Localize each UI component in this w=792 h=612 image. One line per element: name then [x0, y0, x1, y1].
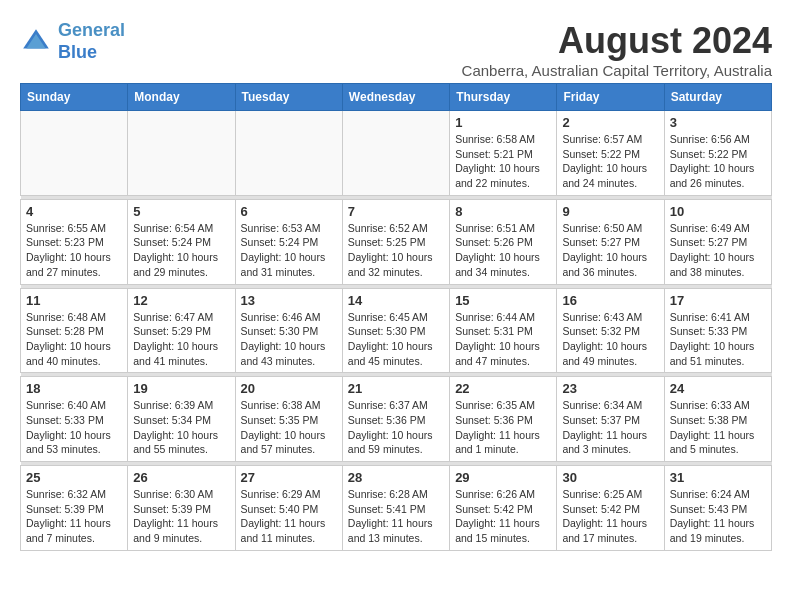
calendar-week-row: 18Sunrise: 6:40 AM Sunset: 5:33 PM Dayli…	[21, 377, 772, 462]
table-row: 31Sunrise: 6:24 AM Sunset: 5:43 PM Dayli…	[664, 466, 771, 551]
day-number: 28	[348, 470, 444, 485]
col-friday: Friday	[557, 84, 664, 111]
day-info: Sunrise: 6:26 AM Sunset: 5:42 PM Dayligh…	[455, 487, 551, 546]
day-number: 1	[455, 115, 551, 130]
table-row: 21Sunrise: 6:37 AM Sunset: 5:36 PM Dayli…	[342, 377, 449, 462]
table-row: 28Sunrise: 6:28 AM Sunset: 5:41 PM Dayli…	[342, 466, 449, 551]
table-row: 7Sunrise: 6:52 AM Sunset: 5:25 PM Daylig…	[342, 199, 449, 284]
table-row: 9Sunrise: 6:50 AM Sunset: 5:27 PM Daylig…	[557, 199, 664, 284]
table-row: 17Sunrise: 6:41 AM Sunset: 5:33 PM Dayli…	[664, 288, 771, 373]
calendar-week-row: 25Sunrise: 6:32 AM Sunset: 5:39 PM Dayli…	[21, 466, 772, 551]
table-row	[342, 111, 449, 196]
logo-icon	[20, 26, 52, 58]
day-info: Sunrise: 6:28 AM Sunset: 5:41 PM Dayligh…	[348, 487, 444, 546]
day-info: Sunrise: 6:35 AM Sunset: 5:36 PM Dayligh…	[455, 398, 551, 457]
day-info: Sunrise: 6:47 AM Sunset: 5:29 PM Dayligh…	[133, 310, 229, 369]
table-row: 29Sunrise: 6:26 AM Sunset: 5:42 PM Dayli…	[450, 466, 557, 551]
day-number: 22	[455, 381, 551, 396]
day-info: Sunrise: 6:58 AM Sunset: 5:21 PM Dayligh…	[455, 132, 551, 191]
day-number: 4	[26, 204, 122, 219]
calendar-table: Sunday Monday Tuesday Wednesday Thursday…	[20, 83, 772, 551]
logo: General Blue	[20, 20, 125, 63]
day-info: Sunrise: 6:34 AM Sunset: 5:37 PM Dayligh…	[562, 398, 658, 457]
page-header: General Blue August 2024 Canberra, Austr…	[20, 20, 772, 79]
day-number: 17	[670, 293, 766, 308]
table-row: 12Sunrise: 6:47 AM Sunset: 5:29 PM Dayli…	[128, 288, 235, 373]
table-row: 13Sunrise: 6:46 AM Sunset: 5:30 PM Dayli…	[235, 288, 342, 373]
day-info: Sunrise: 6:51 AM Sunset: 5:26 PM Dayligh…	[455, 221, 551, 280]
col-saturday: Saturday	[664, 84, 771, 111]
day-info: Sunrise: 6:40 AM Sunset: 5:33 PM Dayligh…	[26, 398, 122, 457]
table-row: 22Sunrise: 6:35 AM Sunset: 5:36 PM Dayli…	[450, 377, 557, 462]
day-number: 26	[133, 470, 229, 485]
day-number: 12	[133, 293, 229, 308]
day-info: Sunrise: 6:46 AM Sunset: 5:30 PM Dayligh…	[241, 310, 337, 369]
day-number: 30	[562, 470, 658, 485]
day-info: Sunrise: 6:43 AM Sunset: 5:32 PM Dayligh…	[562, 310, 658, 369]
table-row: 11Sunrise: 6:48 AM Sunset: 5:28 PM Dayli…	[21, 288, 128, 373]
day-info: Sunrise: 6:56 AM Sunset: 5:22 PM Dayligh…	[670, 132, 766, 191]
day-number: 8	[455, 204, 551, 219]
page-title: August 2024	[462, 20, 772, 62]
calendar-week-row: 11Sunrise: 6:48 AM Sunset: 5:28 PM Dayli…	[21, 288, 772, 373]
day-number: 19	[133, 381, 229, 396]
calendar-week-row: 4Sunrise: 6:55 AM Sunset: 5:23 PM Daylig…	[21, 199, 772, 284]
table-row: 20Sunrise: 6:38 AM Sunset: 5:35 PM Dayli…	[235, 377, 342, 462]
day-info: Sunrise: 6:24 AM Sunset: 5:43 PM Dayligh…	[670, 487, 766, 546]
day-info: Sunrise: 6:30 AM Sunset: 5:39 PM Dayligh…	[133, 487, 229, 546]
day-number: 25	[26, 470, 122, 485]
day-info: Sunrise: 6:39 AM Sunset: 5:34 PM Dayligh…	[133, 398, 229, 457]
table-row: 24Sunrise: 6:33 AM Sunset: 5:38 PM Dayli…	[664, 377, 771, 462]
table-row: 2Sunrise: 6:57 AM Sunset: 5:22 PM Daylig…	[557, 111, 664, 196]
day-info: Sunrise: 6:25 AM Sunset: 5:42 PM Dayligh…	[562, 487, 658, 546]
table-row: 18Sunrise: 6:40 AM Sunset: 5:33 PM Dayli…	[21, 377, 128, 462]
table-row: 10Sunrise: 6:49 AM Sunset: 5:27 PM Dayli…	[664, 199, 771, 284]
table-row: 3Sunrise: 6:56 AM Sunset: 5:22 PM Daylig…	[664, 111, 771, 196]
table-row	[21, 111, 128, 196]
day-number: 15	[455, 293, 551, 308]
table-row: 14Sunrise: 6:45 AM Sunset: 5:30 PM Dayli…	[342, 288, 449, 373]
day-info: Sunrise: 6:54 AM Sunset: 5:24 PM Dayligh…	[133, 221, 229, 280]
table-row: 16Sunrise: 6:43 AM Sunset: 5:32 PM Dayli…	[557, 288, 664, 373]
table-row	[128, 111, 235, 196]
table-row: 19Sunrise: 6:39 AM Sunset: 5:34 PM Dayli…	[128, 377, 235, 462]
day-number: 6	[241, 204, 337, 219]
day-info: Sunrise: 6:41 AM Sunset: 5:33 PM Dayligh…	[670, 310, 766, 369]
table-row: 1Sunrise: 6:58 AM Sunset: 5:21 PM Daylig…	[450, 111, 557, 196]
day-info: Sunrise: 6:29 AM Sunset: 5:40 PM Dayligh…	[241, 487, 337, 546]
day-number: 29	[455, 470, 551, 485]
day-info: Sunrise: 6:52 AM Sunset: 5:25 PM Dayligh…	[348, 221, 444, 280]
table-row	[235, 111, 342, 196]
day-info: Sunrise: 6:45 AM Sunset: 5:30 PM Dayligh…	[348, 310, 444, 369]
day-info: Sunrise: 6:57 AM Sunset: 5:22 PM Dayligh…	[562, 132, 658, 191]
table-row: 23Sunrise: 6:34 AM Sunset: 5:37 PM Dayli…	[557, 377, 664, 462]
day-number: 21	[348, 381, 444, 396]
calendar-header-row: Sunday Monday Tuesday Wednesday Thursday…	[21, 84, 772, 111]
day-number: 13	[241, 293, 337, 308]
table-row: 30Sunrise: 6:25 AM Sunset: 5:42 PM Dayli…	[557, 466, 664, 551]
table-row: 4Sunrise: 6:55 AM Sunset: 5:23 PM Daylig…	[21, 199, 128, 284]
table-row: 5Sunrise: 6:54 AM Sunset: 5:24 PM Daylig…	[128, 199, 235, 284]
day-number: 5	[133, 204, 229, 219]
col-tuesday: Tuesday	[235, 84, 342, 111]
table-row: 25Sunrise: 6:32 AM Sunset: 5:39 PM Dayli…	[21, 466, 128, 551]
table-row: 8Sunrise: 6:51 AM Sunset: 5:26 PM Daylig…	[450, 199, 557, 284]
col-sunday: Sunday	[21, 84, 128, 111]
day-number: 31	[670, 470, 766, 485]
table-row: 15Sunrise: 6:44 AM Sunset: 5:31 PM Dayli…	[450, 288, 557, 373]
day-number: 20	[241, 381, 337, 396]
col-monday: Monday	[128, 84, 235, 111]
calendar-week-row: 1Sunrise: 6:58 AM Sunset: 5:21 PM Daylig…	[21, 111, 772, 196]
title-block: August 2024 Canberra, Australian Capital…	[462, 20, 772, 79]
day-number: 14	[348, 293, 444, 308]
table-row: 26Sunrise: 6:30 AM Sunset: 5:39 PM Dayli…	[128, 466, 235, 551]
day-number: 9	[562, 204, 658, 219]
page-subtitle: Canberra, Australian Capital Territory, …	[462, 62, 772, 79]
logo-text: General Blue	[58, 20, 125, 63]
day-number: 10	[670, 204, 766, 219]
day-info: Sunrise: 6:44 AM Sunset: 5:31 PM Dayligh…	[455, 310, 551, 369]
day-info: Sunrise: 6:49 AM Sunset: 5:27 PM Dayligh…	[670, 221, 766, 280]
day-number: 24	[670, 381, 766, 396]
day-info: Sunrise: 6:50 AM Sunset: 5:27 PM Dayligh…	[562, 221, 658, 280]
day-number: 2	[562, 115, 658, 130]
